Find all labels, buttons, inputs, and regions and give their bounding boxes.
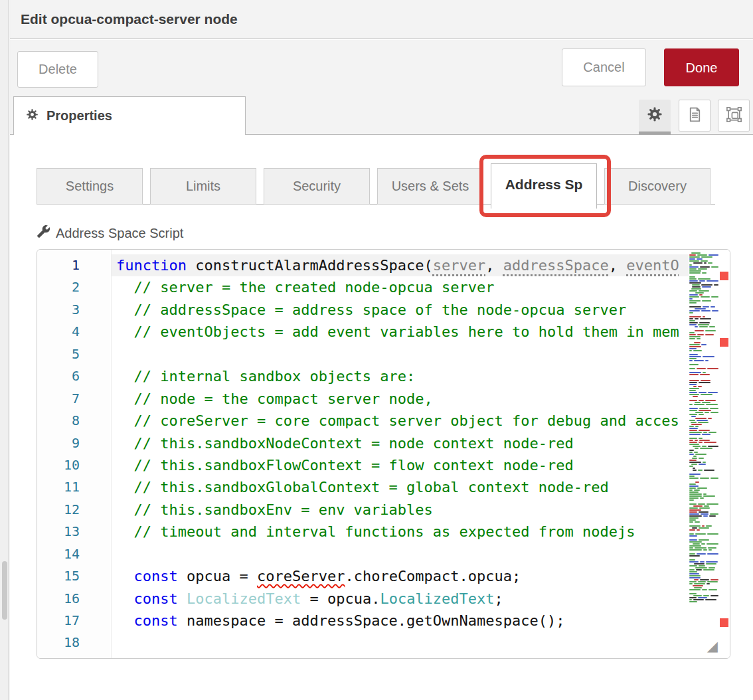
appearance-icon-button[interactable] [718, 100, 750, 131]
code-editor[interactable]: 12345678910111213141516171819 function c… [37, 249, 730, 659]
code-line-3[interactable]: // addressSpace = address space of the n… [112, 299, 689, 321]
code-line-13[interactable]: // timeout and interval functions as exp… [112, 521, 689, 543]
code-line-17[interactable]: const namespace = addressSpace.getOwnNam… [112, 610, 689, 632]
code-line-9[interactable]: // this.sandboxNodeContext = node contex… [112, 432, 689, 454]
code-line-10[interactable]: // this.sandboxFlowContext = flow contex… [112, 454, 689, 476]
code-line-12[interactable]: // this.sandboxEnv = env variables [112, 499, 689, 521]
section-label: Address Space Script [37, 224, 183, 242]
line-number: 2 [37, 276, 110, 298]
code-line-2[interactable]: // server = the created node-opcua serve… [112, 276, 689, 298]
workspace-edge [0, 0, 9, 700]
tab-properties-label: Properties [46, 108, 112, 124]
line-number: 15 [37, 565, 110, 587]
properties-icon-button[interactable] [639, 100, 671, 131]
line-number: 11 [37, 476, 110, 498]
dialog-title: Edit opcua-compact-server node [21, 11, 238, 27]
line-number: 19 [37, 654, 110, 659]
gear-icon [26, 108, 39, 124]
code-line-18[interactable] [112, 632, 689, 654]
tab-users-sets[interactable]: Users & Sets [377, 168, 483, 205]
tab-discovery[interactable]: Discovery [604, 168, 711, 205]
minimap[interactable] [688, 252, 718, 604]
overview-ruler [719, 250, 730, 658]
edit-node-dialog: Edit opcua-compact-server node Delete Ca… [0, 0, 753, 700]
line-number: 5 [37, 343, 110, 365]
workspace-scrollbar[interactable] [2, 561, 7, 620]
code-line-6[interactable]: // internal sandbox objects are: [112, 365, 689, 387]
line-number: 17 [37, 610, 110, 632]
code-line-1[interactable]: function constructAlarmAddressSpace(serv… [112, 254, 689, 276]
line-number: 12 [37, 499, 110, 521]
code-line-4[interactable]: // eventObjects = add event variables he… [112, 321, 689, 343]
line-number: 8 [37, 410, 110, 432]
error-marker[interactable] [720, 338, 728, 347]
code-line-7[interactable]: // node = the compact server node, [112, 388, 689, 410]
error-marker[interactable] [720, 618, 728, 627]
error-marker[interactable] [720, 272, 728, 280]
line-number: 10 [37, 454, 110, 476]
wrench-icon [37, 224, 50, 242]
delete-button[interactable]: Delete [17, 51, 98, 88]
dialog-header: Edit opcua-compact-server node [10, 0, 753, 39]
code-line-15[interactable]: const opcua = coreServer.choreCompact.op… [112, 565, 689, 587]
line-number: 3 [37, 299, 110, 321]
code-area[interactable]: function constructAlarmAddressSpace(serv… [111, 250, 689, 658]
line-number-gutter: 12345678910111213141516171819 [37, 250, 110, 658]
gear-icon [647, 106, 663, 125]
line-number: 18 [37, 632, 110, 654]
line-number: 7 [37, 388, 110, 410]
line-number: 16 [37, 588, 110, 610]
code-line-11[interactable]: // this.sandboxGlobalContext = global co… [112, 476, 689, 498]
tab-address-sp[interactable]: Address Sp [491, 163, 597, 209]
description-icon-button[interactable] [679, 100, 711, 131]
tab-settings[interactable]: Settings [37, 168, 143, 205]
tab-properties[interactable]: Properties [13, 96, 246, 135]
line-number: 1 [37, 254, 110, 276]
code-line-8[interactable]: // coreServer = core compact server obje… [112, 410, 689, 432]
code-line-14[interactable] [112, 543, 689, 565]
line-number: 4 [37, 321, 110, 343]
code-line-19[interactable]: const Variant = opcua.Variant; [112, 654, 689, 658]
resize-grip-icon[interactable]: ◢ [707, 638, 718, 654]
code-line-16[interactable]: const LocalizedText = opcua.LocalizedTex… [112, 588, 689, 610]
line-number: 13 [37, 521, 110, 543]
active-icon-underline [639, 131, 671, 135]
line-number: 6 [37, 365, 110, 387]
code-line-5[interactable] [112, 343, 689, 365]
appearance-icon [726, 106, 742, 126]
done-button[interactable]: Done [664, 48, 739, 86]
cancel-button[interactable]: Cancel [562, 48, 646, 86]
line-number: 14 [37, 543, 110, 565]
document-icon [687, 106, 703, 126]
tab-security[interactable]: Security [264, 168, 370, 205]
section-label-text: Address Space Script [56, 226, 183, 241]
line-number: 9 [37, 432, 110, 454]
tab-limits[interactable]: Limits [150, 168, 256, 205]
